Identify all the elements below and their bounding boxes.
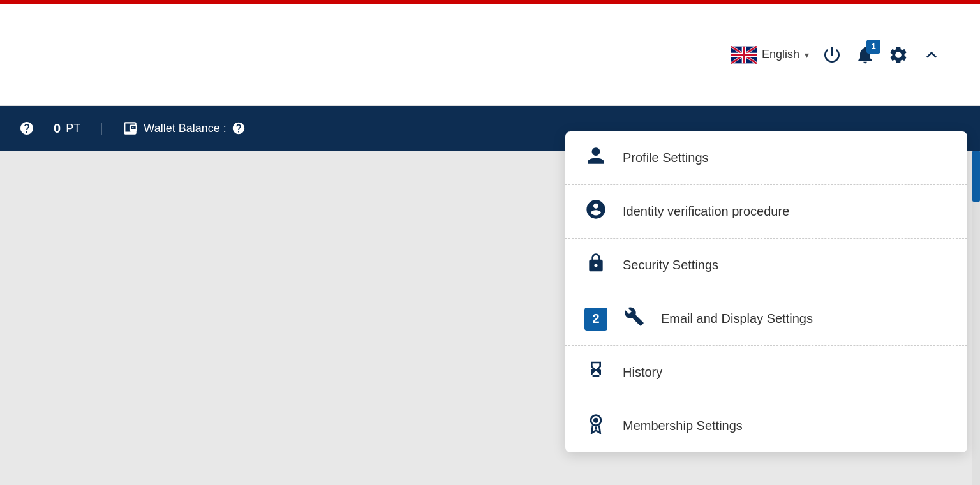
email-settings-badge: 2 [584,308,607,331]
wallet-section: Wallet Balance : [122,120,245,137]
profile-settings-label: Profile Settings [623,151,709,165]
wrench-icon [623,306,646,331]
language-label: English [762,48,799,61]
wallet-icon [122,120,138,137]
power-button[interactable] [822,45,842,65]
nav-divider: | [100,121,103,136]
language-chevron-icon: ▾ [805,50,809,60]
scrollbar-thumb[interactable] [972,151,980,202]
hourglass-icon [584,360,607,385]
gear-icon [888,45,909,65]
menu-item-membership-settings[interactable]: Membership Settings [565,399,967,452]
uk-flag-icon [731,46,757,64]
points-value: 0 PT [54,121,80,136]
notification-badge: 1 [866,40,880,54]
person-icon [584,146,607,170]
membership-settings-label: Membership Settings [623,419,743,433]
svg-point-1 [133,127,134,128]
notification-bell-button[interactable]: 1 [855,45,875,65]
wallet-label: Wallet Balance : [144,122,226,135]
chevron-up-icon [921,45,942,65]
security-settings-label: Security Settings [623,258,718,272]
main-content: Profile Settings Identity verification p… [0,151,980,485]
menu-item-identity-verification[interactable]: Identity verification procedure [565,185,967,239]
identity-verification-label: Identity verification procedure [623,204,789,219]
menu-item-history[interactable]: History [565,346,967,399]
email-display-settings-label: Email and Display Settings [661,311,813,326]
lock-icon [584,253,607,278]
id-card-icon [584,199,607,224]
menu-item-email-display-settings[interactable]: 2 Email and Display Settings [565,292,967,346]
help-icon-nav[interactable] [19,121,34,136]
svg-point-4 [593,418,598,423]
medal-icon [584,414,607,438]
scrollbar-track[interactable] [972,151,980,485]
collapse-chevron-button[interactable] [921,45,942,65]
settings-gear-button[interactable] [888,45,909,65]
question-mark-circle-icon [19,121,34,136]
language-selector[interactable]: English ▾ [731,46,809,64]
menu-item-security-settings[interactable]: Security Settings [565,239,967,292]
header: English ▾ 1 [0,4,980,106]
menu-item-profile-settings[interactable]: Profile Settings [565,131,967,185]
header-controls: English ▾ 1 [731,45,942,65]
dropdown-menu: Profile Settings Identity verification p… [565,131,967,452]
power-icon [822,45,842,65]
wallet-help-icon[interactable] [232,121,246,135]
history-label: History [623,365,662,380]
